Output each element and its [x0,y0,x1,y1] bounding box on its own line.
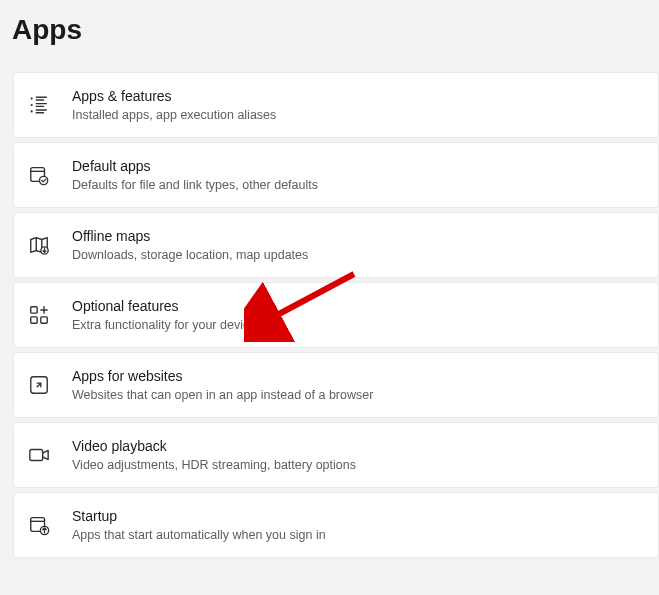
startup-icon [28,514,72,536]
item-title: Video playback [72,437,356,455]
item-title: Startup [72,507,326,525]
startup-item[interactable]: Startup Apps that start automatically wh… [13,492,659,558]
item-title: Optional features [72,297,256,315]
page-title: Apps [12,14,659,46]
offline-maps-icon [28,234,72,256]
optional-features-item[interactable]: Optional features Extra functionality fo… [13,282,659,348]
svg-rect-17 [41,317,47,323]
default-apps-icon [28,164,72,186]
apps-features-icon [28,94,72,116]
item-subtitle: Video adjustments, HDR streaming, batter… [72,457,356,473]
default-apps-item[interactable]: Default apps Defaults for file and link … [13,142,659,208]
svg-point-0 [31,97,33,99]
apps-features-item[interactable]: Apps & features Installed apps, app exec… [13,72,659,138]
item-title: Default apps [72,157,318,175]
svg-rect-16 [31,317,37,323]
item-title: Offline maps [72,227,308,245]
offline-maps-item[interactable]: Offline maps Downloads, storage location… [13,212,659,278]
apps-list: Apps & features Installed apps, app exec… [0,60,659,558]
item-subtitle: Websites that can open in an app instead… [72,387,373,403]
item-subtitle: Defaults for file and link types, other … [72,177,318,193]
item-title: Apps & features [72,87,276,105]
item-title: Apps for websites [72,367,373,385]
item-subtitle: Downloads, storage location, map updates [72,247,308,263]
video-playback-icon [28,444,72,466]
svg-point-2 [31,110,33,112]
page-header: Apps [0,0,659,60]
item-subtitle: Installed apps, app execution aliases [72,107,276,123]
video-playback-item[interactable]: Video playback Video adjustments, HDR st… [13,422,659,488]
svg-rect-15 [31,307,37,313]
apps-for-websites-item[interactable]: Apps for websites Websites that can open… [13,352,659,418]
item-subtitle: Extra functionality for your device [72,317,256,333]
apps-for-websites-icon [28,374,72,396]
svg-point-1 [31,104,33,106]
item-subtitle: Apps that start automatically when you s… [72,527,326,543]
optional-features-icon [28,304,72,326]
svg-rect-21 [30,450,43,461]
